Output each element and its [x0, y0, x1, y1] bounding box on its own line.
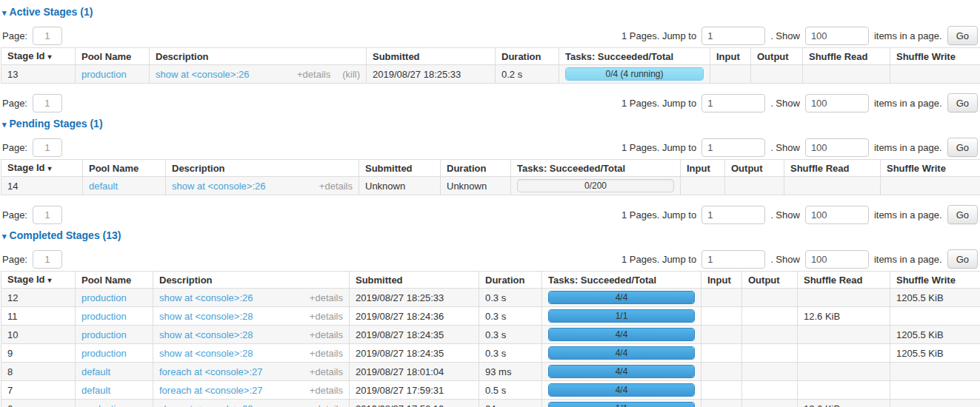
collapse-arrow-icon[interactable]: ▾	[2, 7, 7, 19]
column-header-5[interactable]: Tasks: Succeeded/Total	[559, 48, 710, 65]
details-toggle[interactable]: +details	[310, 403, 343, 407]
details-toggle[interactable]: +details	[319, 181, 353, 192]
description-link[interactable]: show at <console>:28	[159, 348, 253, 359]
column-header-1[interactable]: Pool Name	[76, 48, 150, 65]
pool-name-link[interactable]: production	[81, 403, 127, 407]
details-toggle[interactable]: +details	[310, 292, 343, 303]
go-button[interactable]: Go	[947, 205, 978, 224]
column-header-0[interactable]: Stage Id▾	[1, 160, 83, 177]
column-header-label: Shuffle Write	[896, 51, 956, 62]
column-header-8[interactable]: Shuffle Read	[798, 272, 890, 289]
column-header-0[interactable]: Stage Id▾	[1, 48, 76, 65]
output-cell	[742, 289, 798, 307]
column-header-4[interactable]: Duration	[479, 272, 542, 289]
duration-cell: 0.2 s	[496, 65, 559, 84]
collapse-arrow-icon[interactable]: ▾	[2, 230, 7, 243]
tasks-progress-bar: 0/200	[517, 179, 674, 192]
section-pending: ▾Pending Stages (1)Page:1 Pages. Jump to…	[0, 118, 980, 225]
column-header-7[interactable]: Output	[725, 160, 784, 177]
pagination-controls: 1 Pages. Jump to. Showitems in a page.Go	[621, 138, 978, 157]
description-link[interactable]: show at <console>:28	[159, 329, 253, 340]
column-header-7[interactable]: Output	[742, 272, 798, 289]
description-link[interactable]: show at <console>:26	[172, 181, 265, 192]
pool-name-link[interactable]: default	[81, 366, 110, 377]
show-count-input[interactable]	[805, 94, 869, 112]
description-link[interactable]: foreach at <console>:27	[159, 366, 263, 377]
details-toggle[interactable]: +details	[310, 385, 343, 396]
column-header-3[interactable]: Submitted	[367, 48, 496, 65]
page-number-input[interactable]	[33, 94, 62, 112]
show-count-input[interactable]	[805, 206, 869, 224]
jump-to-input[interactable]	[701, 206, 765, 224]
progress-label: 0/4 (4 running)	[566, 68, 703, 80]
column-header-6[interactable]: Input	[710, 48, 751, 65]
pool-name-link[interactable]: production	[81, 329, 127, 340]
duration-cell: Unknown	[441, 177, 511, 195]
pool-name-link[interactable]: production	[81, 311, 127, 322]
details-toggle[interactable]: +details	[310, 366, 343, 377]
description-link[interactable]: foreach at <console>:27	[159, 385, 263, 396]
description-link[interactable]: show at <console>:26	[156, 69, 249, 80]
column-header-9[interactable]: Shuffle Write	[890, 48, 980, 65]
column-header-9[interactable]: Shuffle Write	[881, 160, 980, 177]
page-number-input[interactable]	[33, 27, 62, 45]
column-header-label: Stage Id	[7, 50, 45, 61]
column-header-3[interactable]: Submitted	[359, 160, 441, 177]
details-toggle[interactable]: +details	[310, 311, 343, 322]
section-title-completed[interactable]: ▾Completed Stages (13)	[2, 229, 980, 243]
details-toggle[interactable]: +details	[310, 329, 343, 340]
details-toggle[interactable]: +details	[297, 69, 330, 80]
column-header-1[interactable]: Pool Name	[76, 272, 153, 289]
pool-name-link[interactable]: production	[81, 292, 127, 303]
column-header-5[interactable]: Tasks: Succeeded/Total	[511, 160, 681, 177]
column-header-8[interactable]: Shuffle Read	[803, 48, 890, 65]
go-button[interactable]: Go	[947, 26, 978, 45]
column-header-2[interactable]: Description	[150, 48, 367, 65]
input-cell	[710, 65, 751, 84]
progress-label: 4/4	[549, 366, 694, 377]
column-header-6[interactable]: Input	[701, 272, 742, 289]
jump-to-input[interactable]	[701, 138, 765, 157]
pool-name-link[interactable]: default	[81, 385, 110, 396]
jump-to-input[interactable]	[701, 250, 765, 269]
description-link[interactable]: show at <console>:28	[159, 403, 253, 407]
column-header-3[interactable]: Submitted	[350, 272, 479, 289]
shuffle-write-cell	[890, 400, 980, 407]
page-label: Page:	[2, 98, 27, 109]
column-header-5[interactable]: Tasks: Succeeded/Total	[542, 272, 701, 289]
column-header-label: Input	[687, 163, 710, 174]
column-header-label: Submitted	[365, 163, 413, 174]
column-header-1[interactable]: Pool Name	[83, 160, 166, 177]
show-count-input[interactable]	[805, 250, 869, 269]
go-button[interactable]: Go	[947, 138, 978, 157]
column-header-9[interactable]: Shuffle Write	[890, 272, 980, 289]
description-link[interactable]: show at <console>:28	[159, 311, 253, 322]
column-header-4[interactable]: Duration	[496, 48, 559, 65]
collapse-arrow-icon[interactable]: ▾	[2, 118, 7, 131]
go-button[interactable]: Go	[947, 249, 978, 269]
pool-name-link[interactable]: default	[89, 181, 118, 192]
page-number-input[interactable]	[33, 250, 62, 269]
page-number-input[interactable]	[33, 206, 62, 224]
details-toggle[interactable]: +details	[310, 348, 343, 359]
column-header-8[interactable]: Shuffle Read	[784, 160, 881, 177]
description-link[interactable]: show at <console>:26	[159, 292, 253, 303]
section-title-active[interactable]: ▾Active Stages (1)	[2, 6, 980, 19]
pool-name-link[interactable]: production	[81, 348, 127, 359]
pool-name-link[interactable]: production	[81, 69, 127, 80]
column-header-2[interactable]: Description	[153, 272, 350, 289]
column-header-0[interactable]: Stage Id▾	[1, 272, 76, 289]
jump-to-input[interactable]	[701, 27, 765, 45]
column-header-4[interactable]: Duration	[441, 160, 511, 177]
section-title-pending[interactable]: ▾Pending Stages (1)	[2, 118, 980, 131]
go-button[interactable]: Go	[947, 93, 978, 112]
show-count-input[interactable]	[805, 138, 869, 157]
page-number-input[interactable]	[33, 138, 62, 157]
column-header-2[interactable]: Description	[166, 160, 359, 177]
column-header-7[interactable]: Output	[751, 48, 803, 65]
kill-link[interactable]: (kill)	[342, 69, 360, 80]
tasks-cell: 4/4	[542, 363, 701, 381]
column-header-6[interactable]: Input	[681, 160, 725, 177]
jump-to-input[interactable]	[701, 94, 765, 112]
show-count-input[interactable]	[805, 27, 869, 45]
